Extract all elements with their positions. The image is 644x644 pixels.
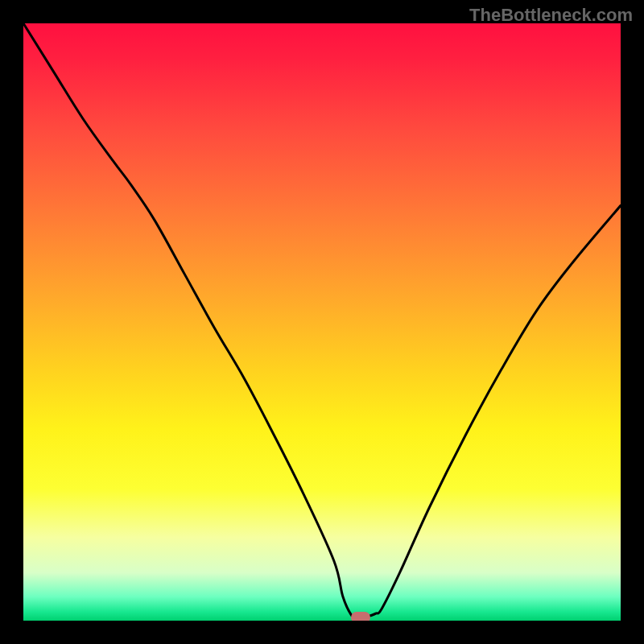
curve-layer — [23, 23, 621, 621]
plot-area — [23, 23, 621, 621]
chart-container: TheBottleneck.com — [0, 0, 644, 644]
bottleneck-curve — [23, 23, 621, 618]
optimal-marker — [351, 612, 370, 621]
watermark-text: TheBottleneck.com — [469, 5, 633, 26]
